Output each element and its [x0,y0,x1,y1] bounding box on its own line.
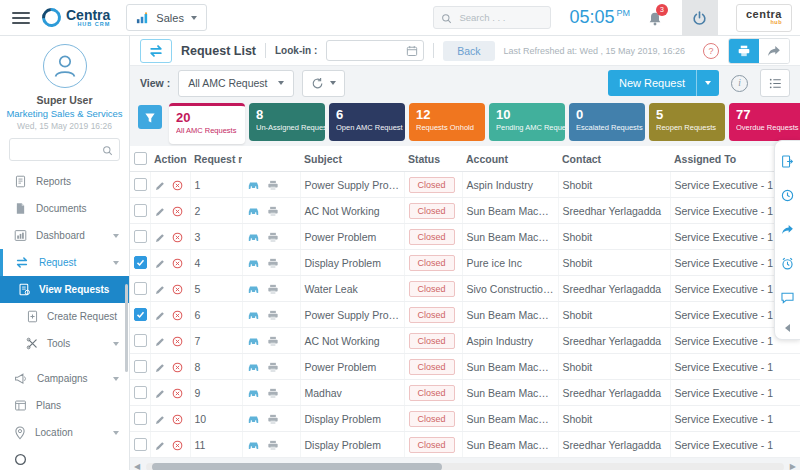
list-view-button[interactable] [760,69,790,97]
vehicle-icon[interactable] [247,230,260,243]
search-input[interactable] [457,11,541,24]
cancel-icon[interactable] [172,204,183,217]
row-checkbox[interactable] [134,204,147,217]
lookin-field[interactable] [326,40,424,61]
chat-icon[interactable] [781,288,794,306]
print-button[interactable] [729,39,759,63]
back-button[interactable]: Back [443,41,494,61]
sidebar-item-reports[interactable]: Reports [0,168,129,195]
column-header-request-no[interactable]: Request no [190,146,242,172]
sidebar-item-documents[interactable]: Documents [0,195,129,222]
cancel-icon[interactable] [172,386,183,399]
row-checkbox[interactable] [134,412,147,425]
horizontal-scrollbar[interactable]: ◀ ▶ [146,463,784,470]
vehicle-icon[interactable] [247,412,260,425]
sidebar-item-tools[interactable]: Tools [0,330,129,357]
row-checkbox[interactable] [134,360,147,373]
new-request-button[interactable]: New Request [608,70,719,96]
printer-icon[interactable] [267,178,279,191]
row-checkbox[interactable] [134,438,147,451]
module-selector[interactable]: Sales [126,4,207,31]
vehicle-icon[interactable] [247,386,260,399]
sidebar-item-request[interactable]: Request [0,249,129,276]
share-blue-icon[interactable] [781,220,794,238]
notifications-button[interactable]: 3 [648,9,662,27]
scrollbar-thumb[interactable] [152,463,442,470]
scroll-right-arrow[interactable]: ▶ [790,463,796,470]
edit-icon[interactable] [155,178,165,190]
history-icon[interactable] [781,186,794,204]
column-header-status[interactable]: Status [404,146,462,172]
vehicle-icon[interactable] [247,360,260,373]
info-icon[interactable]: i [731,75,748,92]
printer-icon[interactable] [267,438,279,451]
status-card-all-amc-requests[interactable]: 20All AMC Requests [169,103,245,144]
edit-icon[interactable] [155,308,165,320]
cancel-icon[interactable] [172,282,183,295]
user-role[interactable]: Marketing Sales & Services [0,108,129,119]
sidebar-item-plans[interactable]: Plans [0,392,129,419]
cancel-icon[interactable] [172,256,183,269]
edit-icon[interactable] [155,282,165,294]
printer-icon[interactable] [267,360,279,373]
column-header-contact[interactable]: Contact [558,146,670,172]
edit-icon[interactable] [155,256,165,268]
status-card-escalated-requests[interactable]: 0Escalated Requests [569,103,645,141]
edit-icon[interactable] [155,230,165,242]
printer-icon[interactable] [267,256,279,269]
sidebar-search[interactable] [9,138,120,161]
edit-icon[interactable] [155,386,165,398]
edit-icon[interactable] [155,334,165,346]
scroll-left-arrow[interactable]: ◀ [134,463,140,470]
cancel-icon[interactable] [172,308,183,321]
sidebar-item-dashboard[interactable]: Dashboard [0,222,129,249]
column-header-subject[interactable]: Subject [300,146,404,172]
edit-icon[interactable] [155,438,165,450]
row-checkbox[interactable] [134,178,147,191]
row-checkbox[interactable] [134,230,147,243]
collapse-panel-arrow[interactable] [785,324,790,332]
new-request-dropdown[interactable] [696,70,719,96]
row-checkbox[interactable] [134,334,147,347]
printer-icon[interactable] [267,412,279,425]
request-module-button[interactable] [140,39,172,63]
row-checkbox[interactable] [134,308,147,321]
avatar[interactable] [43,44,87,88]
vehicle-icon[interactable] [247,178,260,191]
column-header-action[interactable]: Action [150,146,190,172]
cancel-icon[interactable] [172,230,183,243]
column-header-account[interactable]: Account [462,146,558,172]
edit-icon[interactable] [155,204,165,216]
cancel-icon[interactable] [172,178,183,191]
filter-button[interactable] [138,105,162,129]
vehicle-icon[interactable] [247,308,260,321]
calendar-icon[interactable] [406,42,418,60]
status-card-requests-onhold[interactable]: 12Requests Onhold [409,103,485,141]
vehicle-icon[interactable] [247,204,260,217]
sidebar-item-view-requests[interactable]: View Requests [0,276,129,303]
vehicle-icon[interactable] [247,438,260,451]
select-all-checkbox[interactable] [134,152,147,165]
edit-icon[interactable] [155,360,165,372]
printer-icon[interactable] [267,334,279,347]
sidebar-search-input[interactable] [16,144,98,156]
global-search[interactable] [433,6,551,29]
status-card-reopen-requests[interactable]: 5Reopen Requests [649,103,725,141]
cancel-icon[interactable] [172,412,183,425]
row-checkbox[interactable] [134,282,147,295]
edit-icon[interactable] [155,412,165,424]
sidebar-item-location[interactable]: Location [0,419,129,446]
status-card-overdue-requests[interactable]: 77Overdue Requests [729,103,800,141]
row-checkbox[interactable] [134,386,147,399]
help-icon[interactable]: ? [703,43,719,59]
cancel-icon[interactable] [172,360,183,373]
printer-icon[interactable] [267,204,279,217]
lookin-input[interactable] [332,45,406,57]
printer-icon[interactable] [267,386,279,399]
vehicle-icon[interactable] [247,282,260,295]
menu-icon[interactable] [12,12,30,24]
sidebar-item-create-request[interactable]: Create Request [0,303,129,330]
status-card-pending-amc-request[interactable]: 10Pending AMC Request [489,103,565,141]
export-icon[interactable] [781,152,794,170]
sidebar-item-item[interactable] [0,446,129,470]
